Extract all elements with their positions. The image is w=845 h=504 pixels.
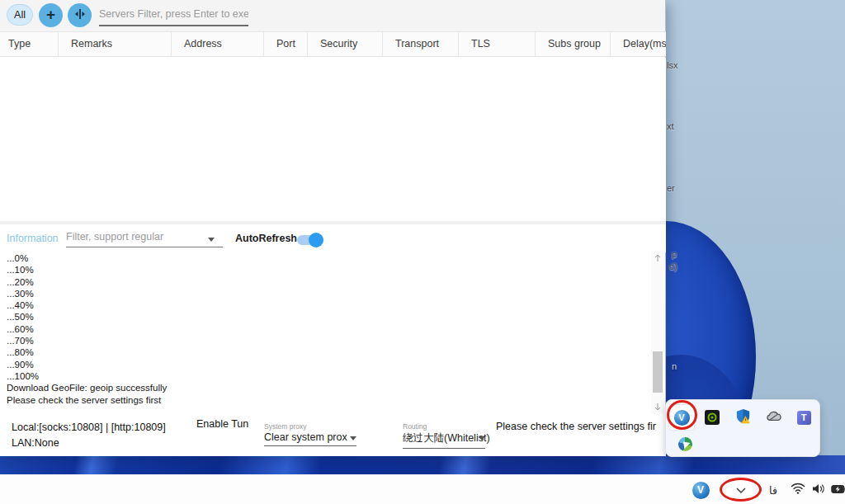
desktop-icon-label-fragment[interactable]: d) (669, 261, 677, 271)
log-line: ...10% (7, 264, 642, 276)
nvidia-icon (705, 410, 720, 425)
desktop: lsx xt er p d) n All + (0, 0, 845, 504)
column-header-port[interactable]: Port (264, 32, 308, 56)
autorefresh-label: AutoRefresh (235, 233, 297, 244)
tray-teams-button[interactable]: T (791, 405, 816, 430)
servers-filter-input[interactable] (99, 5, 248, 26)
routing-label: Routing (403, 422, 485, 431)
chevron-down-icon (208, 238, 215, 242)
v2rayn-icon: V (692, 482, 710, 499)
column-header-address[interactable]: Address (172, 32, 264, 56)
server-table-body-empty[interactable] (0, 58, 666, 221)
taskbar: V فا (0, 474, 845, 504)
servers-filter-field (99, 5, 248, 26)
desktop-icon-label-fragment[interactable]: n (672, 361, 677, 371)
v2rayn-window: All + Type Remarks Address Port (0, 0, 666, 456)
autorefresh-toggle[interactable] (297, 235, 322, 245)
desktop-icon-label-fragment[interactable]: xt (667, 121, 674, 131)
log-line: ...30% (7, 288, 642, 299)
column-header-remarks[interactable]: Remarks (59, 32, 172, 56)
local-listen-info: Local:[socks:10808] | [http:10809] LAN:N… (12, 420, 166, 451)
log-toolbar: Information Filter, support regular Auto… (0, 224, 666, 252)
log-line: ...40% (7, 299, 642, 311)
volume-icon (812, 483, 826, 498)
column-header-delay[interactable]: Delay(ms) (611, 32, 666, 56)
toggle-knob (309, 233, 323, 247)
routing-value-text: 绕过大陆(Whitelist) (403, 432, 490, 444)
log-line: Please check the server settings first (7, 394, 642, 406)
tray-nvidia-button[interactable] (700, 405, 725, 430)
windows-security-icon (735, 408, 751, 427)
scrollbar-thumb[interactable] (653, 351, 663, 393)
wallpaper-bloom-strip (0, 455, 845, 474)
server-toolbar: All + (0, 0, 665, 31)
subscription-group-all-button[interactable]: All (7, 4, 33, 26)
chevron-down-icon (350, 436, 356, 440)
system-proxy-dropdown[interactable]: System proxy Clear system prox (264, 422, 356, 446)
log-line: ...0% (7, 252, 642, 264)
wifi-icon (791, 483, 805, 497)
log-filter-placeholder: Filter, support regular (66, 228, 223, 247)
system-proxy-value[interactable]: Clear system prox (264, 431, 356, 446)
idm-icon (678, 437, 692, 451)
server-table-header: Type Remarks Address Port Security Trans… (0, 31, 666, 57)
cloud-icon (765, 410, 781, 425)
desktop-icon-label-fragment[interactable]: lsx (667, 60, 677, 70)
desktop-icon-label-fragment[interactable]: er (667, 183, 675, 193)
tab-information[interactable]: Information (7, 233, 59, 244)
teams-icon: T (797, 411, 811, 425)
log-line: ...100% (7, 370, 642, 382)
log-line: ...60% (7, 323, 642, 335)
annotation-red-circle-taskbar-chevron (720, 478, 762, 502)
log-line: ...20% (7, 276, 642, 288)
tray-idm-button[interactable] (673, 431, 697, 456)
log-line: ...80% (7, 346, 642, 358)
local-ports-text: Local:[socks:10808] | [http:10809] (12, 420, 166, 436)
status-message: Please check the server settings fir (496, 421, 661, 432)
column-header-type[interactable]: Type (0, 32, 59, 56)
lan-text: LAN:None (12, 436, 166, 451)
log-line: ...70% (7, 335, 642, 346)
log-filter-dropdown[interactable]: Filter, support regular (66, 228, 223, 247)
add-server-button[interactable]: + (39, 3, 63, 27)
routing-value[interactable]: 绕过大陆(Whitelist) (403, 431, 485, 449)
battery-icon (831, 483, 845, 497)
column-adjust-button[interactable] (68, 3, 92, 27)
log-line: ...90% (7, 359, 642, 370)
scroll-up-icon[interactable] (652, 252, 663, 264)
taskbar-v2rayn-button[interactable]: V (687, 478, 715, 502)
annotation-red-circle-tray-v2rayn (667, 400, 697, 430)
tray-security-button[interactable] (730, 405, 755, 430)
taskbar-battery-button[interactable] (824, 478, 845, 502)
scroll-down-icon[interactable] (652, 401, 663, 412)
column-header-security[interactable]: Security (308, 32, 383, 56)
horizontal-adjust-icon (73, 7, 87, 24)
column-header-transport[interactable]: Transport (383, 32, 459, 56)
log-line: ...50% (7, 311, 642, 323)
enable-tun-label: Enable Tun (196, 418, 248, 430)
routing-dropdown[interactable]: Routing 绕过大陆(Whitelist) (403, 422, 485, 449)
log-line: Download GeoFile: geoip successfully (7, 382, 642, 393)
desktop-icon-label-fragment[interactable]: p (672, 249, 677, 259)
column-header-subs-group[interactable]: Subs group (536, 32, 611, 56)
log-output[interactable]: ...0% ...10% ...20% ...30% ...40% ...50%… (7, 252, 642, 406)
system-proxy-label: System proxy (264, 422, 356, 431)
system-proxy-value-text: Clear system prox (264, 431, 347, 443)
taskbar-language-indicator[interactable]: فا (759, 478, 787, 502)
column-header-tls[interactable]: TLS (459, 32, 536, 56)
status-bar: Local:[socks:10808] | [http:10809] LAN:N… (0, 415, 666, 456)
chevron-down-icon (479, 436, 485, 440)
tray-cloud-button[interactable] (761, 405, 786, 430)
log-scrollbar[interactable] (651, 251, 664, 414)
